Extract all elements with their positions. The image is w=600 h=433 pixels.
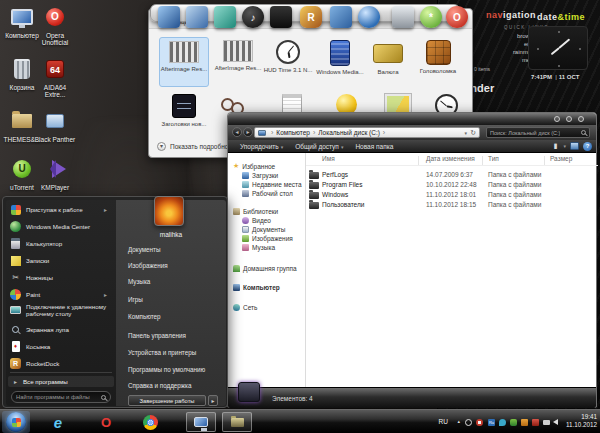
- desktop-icon-black-panther[interactable]: Black Panther: [33, 108, 77, 143]
- gadget-tile-news[interactable]: Заголовки нов...: [159, 91, 209, 133]
- menu-item-rocketdock[interactable]: RRocketDock: [10, 358, 112, 369]
- menu-item-music[interactable]: Музыка: [128, 278, 150, 285]
- taskbar-clock[interactable]: 19:4111.10.2012: [561, 413, 597, 429]
- close-button[interactable]: [578, 116, 584, 122]
- desktop-icon-aida64[interactable]: 64AIDA64 Extre...: [33, 56, 77, 98]
- nav-network[interactable]: Сеть: [233, 304, 257, 311]
- breadcrumb-dropdown-icon[interactable]: ▾: [465, 130, 468, 136]
- menu-item-documents[interactable]: Документы: [128, 246, 160, 253]
- start-search-box[interactable]: Найти программы и файлы: [11, 391, 111, 403]
- menu-item-help-support[interactable]: Справка и поддержка: [128, 382, 191, 389]
- dock-power-red-icon[interactable]: O: [446, 6, 468, 28]
- chrome-icon[interactable]: [140, 412, 160, 432]
- organize-button[interactable]: Упорядочить▾: [240, 143, 283, 150]
- user-name[interactable]: malihka: [116, 231, 226, 238]
- file-row[interactable]: Пользователи11.10.2012 18:15Папка с файл…: [306, 201, 598, 211]
- menu-item-snipping-tool[interactable]: ✂Ножницы: [10, 272, 112, 283]
- nav-favorites[interactable]: ★Избранное: [233, 162, 275, 170]
- dock-music-icon[interactable]: ♪: [242, 6, 264, 28]
- opera-icon[interactable]: O: [96, 412, 116, 432]
- tray-icon-display[interactable]: [543, 420, 550, 425]
- column-date[interactable]: Дата изменения: [426, 155, 475, 162]
- nav-computer[interactable]: Компьютер: [233, 284, 280, 291]
- views-button[interactable]: [570, 142, 579, 150]
- dock-network-globe-icon[interactable]: [358, 6, 380, 28]
- nav-documents[interactable]: Документы: [242, 226, 286, 233]
- dock-media-box-icon[interactable]: [270, 6, 292, 28]
- menu-item-media-center[interactable]: Windows Media Center: [10, 221, 112, 232]
- menu-item-computer[interactable]: Компьютер: [128, 313, 161, 320]
- dock-recycle-bin-icon[interactable]: [392, 6, 414, 28]
- menu-item-devices-printers[interactable]: Устройства и принтеры: [128, 349, 196, 356]
- views-bar-icon[interactable]: ▮: [554, 142, 558, 150]
- breadcrumb-local-disk[interactable]: Локальный диск (C:): [318, 129, 380, 136]
- views-dropdown-icon[interactable]: ▾: [563, 143, 566, 149]
- language-indicator[interactable]: RU: [439, 418, 448, 425]
- start-button[interactable]: [6, 412, 26, 432]
- breadcrumb-computer[interactable]: Компьютер: [276, 129, 310, 136]
- tray-icon-shield[interactable]: [510, 419, 517, 426]
- tray-icon-4[interactable]: [532, 419, 539, 426]
- file-row[interactable]: PerfLogs14.07.2009 6:37Папка с файлами: [306, 171, 598, 181]
- nav-desktop[interactable]: Рабочий стол: [242, 190, 293, 197]
- menu-item-paint[interactable]: Paint►: [10, 289, 112, 300]
- share-button[interactable]: Общий доступ▾: [295, 143, 343, 150]
- nav-videos[interactable]: Видео: [242, 217, 271, 224]
- speaker-icon[interactable]: [553, 419, 558, 425]
- refresh-icon[interactable]: ↻: [470, 129, 476, 137]
- tray-icon-punto[interactable]: Ru: [488, 419, 495, 426]
- dock-rocketdock-icon[interactable]: R: [300, 6, 322, 28]
- menu-item-remote-desktop[interactable]: Подключение к удаленному рабочему столу: [10, 303, 112, 317]
- menu-item-solitaire[interactable]: ♦Косынка: [10, 341, 112, 352]
- nav-downloads[interactable]: Загрузки: [242, 172, 278, 179]
- column-size[interactable]: Размер: [550, 155, 572, 162]
- menu-item-calculator[interactable]: Калькулятор: [10, 238, 112, 249]
- desktop-icon-kmplayer[interactable]: KMPlayer: [33, 156, 77, 191]
- menu-item-pictures[interactable]: Изображения: [128, 262, 168, 269]
- forward-button[interactable]: ►: [243, 127, 253, 137]
- shutdown-options-arrow[interactable]: ►: [208, 395, 218, 406]
- desktop-icon-opera[interactable]: OOpera Unofficial: [33, 4, 77, 46]
- tray-icon-3[interactable]: [521, 419, 528, 426]
- menu-item-control-panel[interactable]: Панель управления: [128, 332, 186, 339]
- nav-recent-places[interactable]: Недавние места: [242, 181, 302, 188]
- file-row[interactable]: Windows11.10.2012 18:01Папка с файлами: [306, 191, 598, 201]
- menu-item-games[interactable]: Игры: [128, 296, 143, 303]
- dock-computer-icon[interactable]: [158, 6, 180, 28]
- gadget-tile-afterimage2[interactable]: AfterImage Res...: [213, 37, 263, 87]
- menu-item-getting-started[interactable]: Приступая к работе►: [10, 204, 112, 215]
- maximize-button[interactable]: [566, 116, 572, 122]
- tray-icon-drop[interactable]: [499, 419, 506, 426]
- file-row[interactable]: Program Files10.10.2012 22:48Папка с фай…: [306, 181, 598, 191]
- gadget-tile-puzzle[interactable]: Головоломка: [413, 37, 463, 87]
- dock-settings-green-icon[interactable]: *: [420, 6, 442, 28]
- dock-folder-icon[interactable]: [214, 6, 236, 28]
- nav-pictures[interactable]: Изображения: [242, 235, 293, 242]
- nav-libraries[interactable]: Библиотеки: [233, 208, 278, 215]
- gadget-tile-afterimage[interactable]: Afterimage Res...: [159, 37, 209, 87]
- minimize-button[interactable]: [554, 116, 560, 122]
- taskbar-app-explorer[interactable]: [222, 412, 252, 432]
- menu-item-magnifier[interactable]: Экранная лупа: [10, 324, 112, 335]
- tray-icon-1[interactable]: [465, 419, 472, 426]
- search-box[interactable]: Поиск: Локальный диск (C:): [486, 127, 590, 138]
- column-name[interactable]: Имя: [322, 155, 335, 162]
- help-icon[interactable]: ?: [583, 142, 592, 151]
- taskbar-app-computer[interactable]: [186, 412, 216, 432]
- breadcrumb[interactable]: › Компьютер › Локальный диск (C:) › ▾ ↻: [254, 127, 480, 138]
- gadget-tile-windows-media[interactable]: Windows Media...: [315, 37, 365, 87]
- explorer-titlebar[interactable]: [228, 113, 596, 125]
- nav-homegroup[interactable]: Домашняя группа: [233, 265, 297, 272]
- all-programs-button[interactable]: ►Все программы: [8, 376, 114, 387]
- menu-item-sticky-notes[interactable]: Записки: [10, 255, 112, 266]
- internet-explorer-icon[interactable]: e: [48, 412, 68, 432]
- tray-expand-icon[interactable]: ▴: [457, 418, 460, 424]
- gadget-tile-hud-time[interactable]: HUD Time 3.1 N...: [263, 37, 313, 87]
- new-folder-button[interactable]: Новая папка: [355, 143, 393, 150]
- shutdown-button[interactable]: Завершение работы: [128, 395, 206, 406]
- dock-maps-icon[interactable]: [330, 6, 352, 28]
- dock-documents-icon[interactable]: [186, 6, 208, 28]
- tray-icon-2[interactable]: [476, 419, 483, 426]
- avatar[interactable]: [154, 196, 184, 226]
- nav-music[interactable]: Музыка: [242, 244, 275, 251]
